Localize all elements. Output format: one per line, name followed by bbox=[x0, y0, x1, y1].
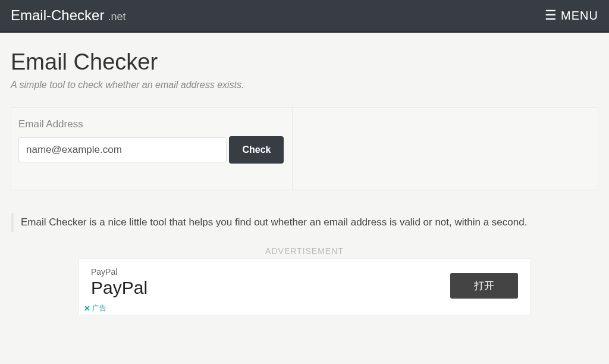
close-icon: ✕ bbox=[84, 304, 90, 313]
advertisement-label: ADVERTISEMENT bbox=[11, 246, 598, 256]
check-button[interactable]: Check bbox=[229, 136, 284, 164]
logo-suffix-text: .net bbox=[108, 11, 125, 23]
email-input[interactable] bbox=[18, 137, 227, 162]
ad-brand-large: PayPal bbox=[91, 278, 147, 298]
main-header: Email-Checker .net ☰ MENU bbox=[0, 0, 609, 33]
ad-cta-button[interactable]: 打开 bbox=[450, 273, 518, 299]
site-logo[interactable]: Email-Checker .net bbox=[11, 7, 125, 24]
menu-button[interactable]: ☰ MENU bbox=[545, 8, 598, 23]
hamburger-icon: ☰ bbox=[545, 8, 557, 23]
ad-close-control[interactable]: ✕ 广告 bbox=[84, 303, 106, 313]
ad-brand-small: PayPal bbox=[91, 267, 147, 277]
page-subtitle: A simple tool to check whether an email … bbox=[11, 80, 598, 90]
description-text: Email Checker is a nice little tool that… bbox=[21, 215, 598, 230]
main-content: Email Checker A simple tool to check whe… bbox=[0, 33, 609, 315]
email-label: Email Address bbox=[18, 118, 285, 130]
description-block: Email Checker is a nice little tool that… bbox=[11, 213, 598, 232]
menu-label: MENU bbox=[561, 9, 598, 23]
logo-main-text: Email-Checker bbox=[11, 7, 104, 24]
form-right-panel bbox=[293, 108, 598, 190]
advertisement-container: PayPal PayPal 打开 ✕ 广告 bbox=[79, 258, 530, 315]
page-title: Email Checker bbox=[11, 49, 598, 75]
ad-close-text: 广告 bbox=[92, 303, 106, 313]
form-panel: Email Address Check bbox=[11, 108, 293, 190]
form-container: Email Address Check bbox=[11, 107, 598, 190]
